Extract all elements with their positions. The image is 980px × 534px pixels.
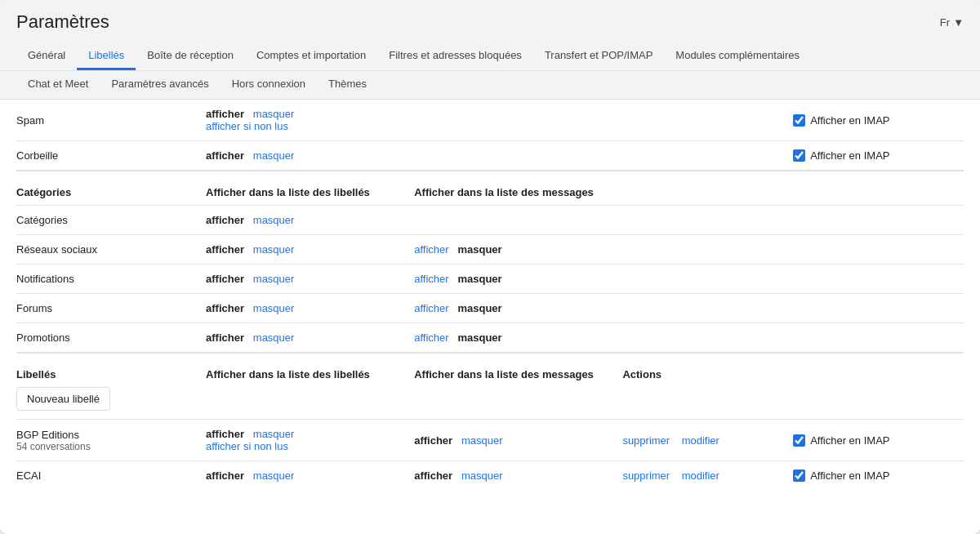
table-row: Promotions afficher masquer afficher mas… [16, 323, 964, 354]
imap-checkbox[interactable] [793, 114, 805, 127]
show-list-active: afficher [206, 302, 244, 314]
imap-checkbox-label[interactable]: Afficher en IMAP [793, 469, 964, 482]
imap-checkbox[interactable] [793, 469, 805, 482]
table-row: ECAI afficher masquer afficher masquer s… [16, 461, 964, 491]
hide-list-link[interactable]: masquer [253, 302, 295, 314]
label-name: Corbeille [16, 149, 58, 162]
table-row: Forums afficher masquer afficher masquer [16, 294, 964, 323]
hide-msg-link[interactable]: masquer [461, 434, 503, 447]
show-msg-link[interactable]: afficher [414, 273, 448, 285]
imap-label: Afficher en IMAP [810, 434, 889, 447]
show-list-active: afficher [206, 428, 244, 440]
labels-col1-label: Afficher dans la liste des libellés [206, 368, 370, 380]
show-msg-active: afficher [414, 469, 452, 482]
settings-window: Paramètres Fr ▼ Général Libellés Boîte d… [0, 0, 980, 534]
hide-list-link[interactable]: masquer [253, 428, 295, 440]
labels-table: Spam afficher masquer afficher si non lu… [16, 100, 964, 490]
hide-msg-active: masquer [457, 302, 501, 314]
subtab-chat[interactable]: Chat et Meet [16, 71, 100, 99]
table-row: Notifications afficher masquer afficher … [16, 265, 964, 294]
edit-label-link[interactable]: modifier [682, 434, 719, 447]
categories-col1-label: Afficher dans la liste des libellés [206, 186, 370, 198]
hide-msg-active: masquer [457, 273, 501, 285]
hide-list-link[interactable]: masquer [253, 149, 295, 162]
tab-comptes[interactable]: Comptes et importation [245, 42, 377, 70]
imap-label: Afficher en IMAP [810, 149, 889, 162]
hide-list-link[interactable]: masquer [253, 214, 295, 226]
show-unread-link[interactable]: afficher si non lus [206, 440, 288, 452]
table-row: Catégories afficher masquer [16, 206, 964, 235]
hide-list-link[interactable]: masquer [253, 243, 295, 256]
hide-msg-link[interactable]: masquer [461, 469, 503, 482]
hide-list-link[interactable]: masquer [253, 273, 295, 285]
category-name: Réseaux sociaux [16, 243, 97, 256]
show-list-active: afficher [206, 243, 244, 256]
edit-label-link[interactable]: modifier [682, 469, 719, 482]
imap-label: Afficher en IMAP [810, 114, 889, 127]
categories-section-header: Catégories Afficher dans la liste des li… [16, 171, 964, 206]
subtab-hors[interactable]: Hors connexion [220, 71, 317, 99]
chevron-down-icon: ▼ [953, 16, 964, 29]
imap-label: Afficher en IMAP [810, 469, 889, 482]
categories-col2-label: Afficher dans la liste des messages [414, 186, 594, 198]
hide-msg-active: masquer [457, 332, 501, 344]
labels-col2-label: Afficher dans la liste des messages [414, 368, 594, 380]
subtab-themes[interactable]: Thèmes [317, 71, 378, 99]
tab-general[interactable]: Général [16, 42, 77, 70]
show-unread-link[interactable]: afficher si non lus [206, 120, 288, 132]
tab-boite[interactable]: Boîte de réception [136, 42, 245, 70]
page-title: Paramètres [16, 11, 109, 33]
imap-checkbox-label[interactable]: Afficher en IMAP [793, 114, 964, 127]
table-row: Corbeille afficher masquer Afficher en I… [16, 141, 964, 171]
table-row: BGP Editions 54 conversations afficher m… [16, 420, 964, 461]
title-bar: Paramètres Fr ▼ Général Libellés Boîte d… [0, 0, 980, 71]
show-list-active: afficher [206, 149, 244, 162]
category-name: Catégories [16, 214, 68, 226]
show-list-active: afficher [206, 469, 244, 482]
show-list-active: afficher [206, 108, 244, 120]
tab-modules[interactable]: Modules complémentaires [664, 42, 811, 70]
delete-label-link[interactable]: supprimer [622, 469, 670, 482]
tab-libelles[interactable]: Libellés [77, 42, 136, 70]
imap-checkbox-label[interactable]: Afficher en IMAP [793, 434, 964, 447]
hide-list-link[interactable]: masquer [253, 469, 295, 482]
main-nav: Général Libellés Boîte de réception Comp… [16, 42, 964, 70]
table-row: Réseaux sociaux afficher masquer affiche… [16, 235, 964, 265]
delete-label-link[interactable]: supprimer [622, 434, 670, 447]
labels-section-header: Libellés Afficher dans la liste des libe… [16, 353, 964, 387]
show-list-active: afficher [206, 273, 244, 285]
new-label-button[interactable]: Nouveau libellé [16, 387, 110, 411]
content-area: Spam afficher masquer afficher si non lu… [0, 100, 980, 506]
label-name: Spam [16, 114, 44, 127]
hide-list-link[interactable]: masquer [253, 108, 295, 120]
table-row: Spam afficher masquer afficher si non lu… [16, 100, 964, 141]
category-name: Notifications [16, 273, 74, 285]
subtab-avances[interactable]: Paramètres avancés [100, 71, 220, 99]
new-label-row: Nouveau libellé [16, 387, 964, 420]
show-list-active: afficher [206, 332, 244, 344]
lang-selector[interactable]: Fr ▼ [940, 16, 964, 29]
hide-msg-active: masquer [457, 243, 501, 256]
tab-transfert[interactable]: Transfert et POP/IMAP [533, 42, 664, 70]
show-msg-link[interactable]: afficher [414, 332, 448, 344]
tab-filtres[interactable]: Filtres et adresses bloquées [377, 42, 533, 70]
sub-nav: Chat et Meet Paramètres avancés Hors con… [0, 71, 980, 100]
show-list-active: afficher [206, 214, 244, 226]
imap-checkbox[interactable] [793, 434, 805, 447]
show-msg-active: afficher [414, 434, 452, 447]
imap-checkbox-label[interactable]: Afficher en IMAP [793, 149, 964, 162]
label-name: ECAI [16, 469, 206, 482]
show-msg-link[interactable]: afficher [414, 302, 448, 314]
category-name: Promotions [16, 332, 70, 344]
label-subtitle: 54 conversations [16, 441, 206, 452]
imap-checkbox[interactable] [793, 149, 805, 162]
hide-list-link[interactable]: masquer [253, 332, 295, 344]
label-name: BGP Editions [16, 429, 206, 441]
show-msg-link[interactable]: afficher [414, 243, 448, 256]
labels-header-label: Libellés [16, 368, 56, 380]
categories-header-label: Catégories [16, 186, 71, 198]
labels-col3-label: Actions [622, 368, 662, 380]
category-name: Forums [16, 302, 52, 314]
